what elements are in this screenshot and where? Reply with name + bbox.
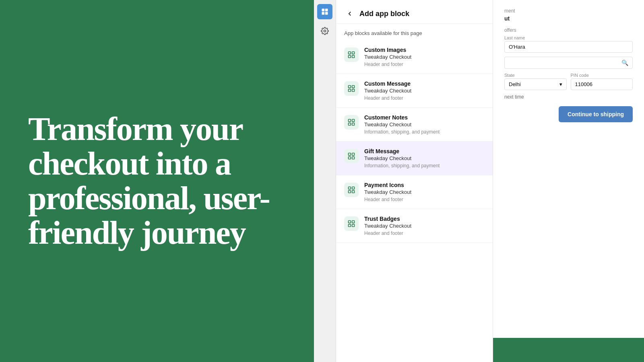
state-label: State bbox=[504, 73, 567, 78]
sidebar-strip bbox=[314, 0, 336, 362]
svg-rect-2 bbox=[322, 12, 325, 15]
app-name-1: Custom Message bbox=[364, 80, 485, 87]
search-row[interactable]: 🔍 bbox=[504, 57, 633, 69]
app-name-3: Gift Message bbox=[364, 148, 485, 154]
pin-label: PIN code bbox=[571, 73, 633, 78]
svg-rect-21 bbox=[349, 187, 351, 189]
svg-rect-6 bbox=[352, 52, 355, 54]
app-icon-4 bbox=[344, 183, 359, 197]
svg-rect-11 bbox=[349, 89, 351, 92]
settings-icon-btn[interactable] bbox=[317, 23, 332, 39]
app-list-item[interactable]: Trust Badges Tweakday Checkout Header an… bbox=[336, 209, 493, 243]
app-info-3: Gift Message Tweakday Checkout Informati… bbox=[364, 148, 485, 169]
svg-rect-12 bbox=[352, 89, 355, 92]
app-icon-1 bbox=[344, 81, 359, 96]
continue-shipping-button[interactable]: Continue to shipping bbox=[559, 106, 633, 122]
checkout-inner: ment ut offers Last name O'Hara 🔍 State … bbox=[493, 0, 644, 338]
pin-field: PIN code 110006 bbox=[571, 73, 633, 90]
app-vendor-5: Tweakday Checkout bbox=[364, 223, 485, 229]
app-location-3: Information, shipping, and payment bbox=[364, 163, 485, 169]
svg-rect-27 bbox=[349, 224, 351, 227]
panel-header: Add app block bbox=[336, 0, 493, 24]
app-location-0: Header and footer bbox=[364, 62, 485, 67]
svg-point-4 bbox=[324, 30, 326, 32]
svg-rect-25 bbox=[349, 221, 351, 223]
app-info-1: Custom Message Tweakday Checkout Header … bbox=[364, 80, 485, 101]
svg-rect-15 bbox=[349, 123, 351, 125]
chevron-down-icon: ▾ bbox=[559, 81, 562, 87]
app-icon-2 bbox=[344, 115, 359, 130]
svg-rect-22 bbox=[352, 187, 355, 189]
app-vendor-2: Tweakday Checkout bbox=[364, 121, 485, 128]
svg-rect-19 bbox=[349, 157, 351, 159]
state-select[interactable]: Delhi ▾ bbox=[504, 78, 567, 90]
checkout-top-label: ment bbox=[504, 8, 633, 14]
panel-subtitle: App blocks available for this page bbox=[336, 24, 493, 40]
layout-icon-btn[interactable] bbox=[317, 4, 332, 19]
last-name-field: Last name O'Hara bbox=[504, 35, 633, 53]
app-list: Custom Images Tweakday Checkout Header a… bbox=[336, 40, 493, 362]
panel-title: Add app block bbox=[359, 10, 409, 18]
svg-rect-0 bbox=[322, 9, 325, 12]
svg-rect-3 bbox=[325, 12, 328, 15]
app-icon-0 bbox=[344, 47, 359, 62]
svg-rect-8 bbox=[352, 56, 355, 58]
app-location-5: Header and footer bbox=[364, 230, 485, 236]
bottom-green-bar bbox=[493, 338, 644, 362]
app-location-2: Information, shipping, and payment bbox=[364, 129, 485, 135]
svg-rect-9 bbox=[349, 86, 351, 88]
app-list-item[interactable]: Custom Images Tweakday Checkout Header a… bbox=[336, 40, 493, 74]
svg-rect-24 bbox=[352, 191, 355, 193]
svg-rect-7 bbox=[349, 56, 351, 58]
app-vendor-4: Tweakday Checkout bbox=[364, 189, 485, 195]
app-info-0: Custom Images Tweakday Checkout Header a… bbox=[364, 47, 485, 67]
svg-rect-10 bbox=[352, 86, 355, 88]
svg-rect-13 bbox=[349, 119, 351, 122]
last-name-value[interactable]: O'Hara bbox=[504, 41, 633, 53]
svg-rect-14 bbox=[352, 119, 355, 122]
app-list-item[interactable]: Customer Notes Tweakday Checkout Informa… bbox=[336, 108, 493, 142]
pin-value[interactable]: 110006 bbox=[571, 78, 633, 90]
svg-rect-20 bbox=[352, 157, 355, 159]
svg-rect-28 bbox=[352, 224, 355, 227]
state-value: Delhi bbox=[509, 81, 521, 87]
app-icon-5 bbox=[344, 216, 359, 231]
app-list-item[interactable]: Payment Icons Tweakday Checkout Header a… bbox=[336, 175, 493, 209]
svg-rect-18 bbox=[352, 153, 355, 156]
app-name-0: Custom Images bbox=[364, 47, 485, 53]
svg-rect-23 bbox=[349, 191, 351, 193]
name-form-row: Last name O'Hara bbox=[504, 35, 633, 53]
app-info-4: Payment Icons Tweakday Checkout Header a… bbox=[364, 182, 485, 202]
left-panel: Transform your checkout into a professio… bbox=[0, 0, 314, 362]
state-field: State Delhi ▾ bbox=[504, 73, 567, 90]
app-vendor-3: Tweakday Checkout bbox=[364, 155, 485, 161]
app-name-2: Customer Notes bbox=[364, 114, 485, 121]
svg-rect-16 bbox=[352, 123, 355, 125]
search-icon: 🔍 bbox=[621, 60, 628, 66]
last-name-label: Last name bbox=[504, 35, 633, 40]
app-icon-3 bbox=[344, 149, 359, 163]
app-info-5: Trust Badges Tweakday Checkout Header an… bbox=[364, 216, 485, 236]
back-button[interactable] bbox=[344, 8, 355, 19]
checkout-section-title: ut bbox=[504, 15, 633, 22]
state-pin-row: State Delhi ▾ PIN code 110006 bbox=[504, 73, 633, 90]
app-list-item[interactable]: Custom Message Tweakday Checkout Header … bbox=[336, 74, 493, 108]
save-next-label: next time bbox=[504, 94, 633, 100]
checkout-preview: ment ut offers Last name O'Hara 🔍 State … bbox=[493, 0, 644, 362]
right-section: Add app block App blocks available for t… bbox=[314, 0, 644, 362]
app-location-1: Header and footer bbox=[364, 95, 485, 101]
app-vendor-0: Tweakday Checkout bbox=[364, 54, 485, 60]
svg-rect-26 bbox=[352, 221, 355, 223]
hero-heading: Transform your checkout into a professio… bbox=[28, 112, 286, 250]
offers-label: offers bbox=[504, 27, 633, 33]
app-name-5: Trust Badges bbox=[364, 216, 485, 222]
app-name-4: Payment Icons bbox=[364, 182, 485, 188]
svg-rect-1 bbox=[325, 9, 328, 12]
app-list-item[interactable]: Gift Message Tweakday Checkout Informati… bbox=[336, 142, 493, 175]
app-vendor-1: Tweakday Checkout bbox=[364, 88, 485, 94]
app-location-4: Header and footer bbox=[364, 197, 485, 202]
app-info-2: Customer Notes Tweakday Checkout Informa… bbox=[364, 114, 485, 135]
svg-rect-17 bbox=[349, 153, 351, 156]
add-app-block-panel: Add app block App blocks available for t… bbox=[336, 0, 493, 362]
svg-rect-5 bbox=[349, 52, 351, 54]
